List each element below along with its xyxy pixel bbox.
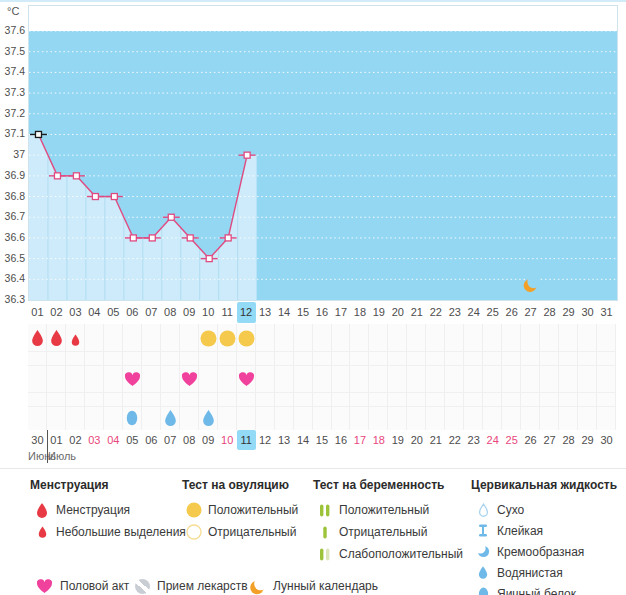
y-tick-label: 36.8	[0, 190, 25, 202]
cervical-fluid-icon	[202, 410, 215, 430]
day-cell[interactable]: 30	[578, 302, 597, 323]
legend-item-label: Яичный белок	[497, 587, 576, 595]
day-cell[interactable]: 26	[521, 430, 540, 450]
day-cell[interactable]: 26	[502, 302, 521, 323]
day-cell[interactable]: 30	[28, 430, 47, 450]
green-pale-bars-icon	[316, 548, 334, 561]
day-cell[interactable]: 01	[47, 430, 66, 450]
day-cell[interactable]: 24	[483, 430, 502, 450]
day-cell[interactable]: 11	[237, 430, 256, 450]
day-cell[interactable]: 14	[294, 430, 313, 450]
legend-item-label: Менструация	[56, 503, 130, 517]
day-cell[interactable]: 21	[426, 430, 445, 450]
day-cell[interactable]: 18	[350, 302, 369, 323]
legend-item-label: Водянистая	[497, 566, 563, 580]
day-cell[interactable]: 13	[275, 430, 294, 450]
day-cell[interactable]: 06	[123, 302, 142, 323]
day-cell[interactable]: 29	[559, 302, 578, 323]
legend-medication: Прием лекарств	[135, 576, 248, 595]
day-cell[interactable]: 18	[369, 430, 388, 450]
day-cell[interactable]: 12	[237, 302, 256, 323]
legend-item-creamy: Кремообразная	[471, 541, 617, 562]
day-cell[interactable]: 10	[218, 430, 237, 450]
day-cell[interactable]: 31	[597, 302, 616, 323]
day-cell[interactable]: 09	[180, 302, 199, 323]
day-cell[interactable]: 28	[559, 430, 578, 450]
day-cell[interactable]: 04	[85, 302, 104, 323]
legend-pregnancy-title: Тест на беременность	[313, 478, 463, 492]
day-cell[interactable]: 01	[28, 302, 47, 323]
day-cell[interactable]: 17	[331, 302, 350, 323]
day-cell[interactable]: 27	[521, 302, 540, 323]
legend-item-label: Сухо	[497, 503, 524, 517]
day-cell[interactable]: 08	[180, 430, 199, 450]
day-cell[interactable]: 24	[464, 302, 483, 323]
day-cell[interactable]: 07	[161, 430, 180, 450]
legend-item-menstruation: Менструация	[30, 499, 186, 521]
day-cell[interactable]: 22	[426, 302, 445, 323]
day-cell[interactable]: 09	[199, 430, 218, 450]
day-cell[interactable]: 15	[313, 430, 332, 450]
one-green-bar-icon	[316, 526, 334, 539]
day-cell[interactable]: 07	[142, 302, 161, 323]
day-cell[interactable]: 23	[445, 302, 464, 323]
heart-icon	[36, 579, 53, 594]
legend-item-pregnancy-negative: Отрицательный	[313, 521, 463, 543]
drop-large-icon	[33, 503, 51, 518]
day-cell[interactable]: 20	[388, 302, 407, 323]
day-cell[interactable]: 04	[104, 430, 123, 450]
day-cell[interactable]: 30	[597, 430, 616, 450]
legend-item-ovulation-negative: Отрицательный	[182, 521, 298, 543]
legend-item-pregnancy-weak-positive: Слабоположительный	[313, 543, 463, 565]
day-cell[interactable]: 23	[464, 430, 483, 450]
oval-filled-icon	[474, 587, 492, 595]
drop-outline-icon	[474, 503, 492, 517]
day-cell[interactable]: 16	[331, 430, 350, 450]
day-cell[interactable]: 12	[256, 430, 275, 450]
day-cell[interactable]: 28	[540, 302, 559, 323]
pill-icon	[135, 579, 150, 594]
day-cell[interactable]: 06	[142, 430, 161, 450]
day-cell[interactable]: 02	[66, 430, 85, 450]
day-cell[interactable]: 03	[66, 302, 85, 323]
day-cell[interactable]: 19	[388, 430, 407, 450]
drop-small-icon	[33, 526, 51, 538]
day-cell[interactable]: 16	[313, 302, 332, 323]
day-cell[interactable]: 27	[540, 430, 559, 450]
legend-ovulation: Тест на овуляцию Положительный Отрицател…	[182, 478, 298, 543]
day-cell[interactable]: 25	[502, 430, 521, 450]
y-tick-label: 37	[0, 148, 25, 160]
day-cell[interactable]: 22	[445, 430, 464, 450]
day-cell[interactable]: 02	[47, 302, 66, 323]
temperature-plot[interactable]	[28, 5, 618, 301]
y-tick-label: 36.7	[0, 210, 25, 222]
day-cell[interactable]: 17	[350, 430, 369, 450]
day-cell[interactable]: 03	[85, 430, 104, 450]
crescent-blob-icon	[474, 545, 492, 558]
y-tick-label: 36.6	[0, 231, 25, 243]
day-cell[interactable]: 13	[256, 302, 275, 323]
y-tick-label: 36.9	[0, 169, 25, 181]
day-cell[interactable]: 19	[369, 302, 388, 323]
day-cell[interactable]: 11	[218, 302, 237, 323]
ovulation-positive-icon	[238, 330, 255, 351]
day-cell[interactable]: 14	[275, 302, 294, 323]
day-cell[interactable]: 05	[104, 302, 123, 323]
day-cell[interactable]: 08	[161, 302, 180, 323]
legend-item-label: Положительный	[208, 503, 298, 517]
intercourse-heart-icon	[181, 372, 198, 391]
legend-item-ovulation-positive: Положительный	[182, 499, 298, 521]
cervical-fluid-icon	[164, 410, 177, 430]
y-tick-label: 37.1	[0, 127, 25, 139]
day-cell[interactable]: 20	[407, 430, 426, 450]
legend-item-label: Кремообразная	[497, 545, 584, 559]
day-cell[interactable]: 21	[407, 302, 426, 323]
day-cell[interactable]: 25	[483, 302, 502, 323]
y-tick-label: 36.4	[0, 272, 25, 284]
legend-item-label: Слабоположительный	[339, 547, 463, 561]
day-cell[interactable]: 15	[294, 302, 313, 323]
day-cell[interactable]: 05	[123, 430, 142, 450]
day-cell[interactable]: 10	[199, 302, 218, 323]
day-cell[interactable]: 29	[578, 430, 597, 450]
legend-item-egg-white: Яичный белок	[471, 583, 617, 595]
